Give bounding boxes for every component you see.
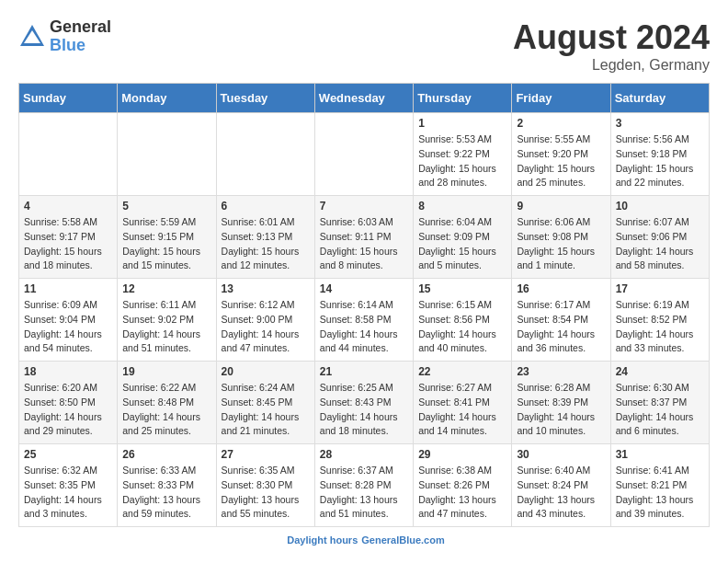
day-cell: 4Sunrise: 5:58 AMSunset: 9:17 PMDaylight… <box>19 196 118 279</box>
day-cell <box>216 113 314 196</box>
day-cell: 3Sunrise: 5:56 AMSunset: 9:18 PMDaylight… <box>610 113 709 196</box>
day-number: 9 <box>517 200 605 213</box>
day-number: 6 <box>222 200 310 213</box>
day-info: Sunrise: 6:25 AMSunset: 8:43 PMDaylight:… <box>320 381 408 439</box>
day-number: 23 <box>517 365 605 378</box>
day-number: 26 <box>122 448 210 461</box>
day-info: Sunrise: 6:32 AMSunset: 8:35 PMDaylight:… <box>24 464 112 522</box>
day-number: 28 <box>320 448 408 461</box>
day-cell: 20Sunrise: 6:24 AMSunset: 8:45 PMDayligh… <box>216 362 314 444</box>
day-info: Sunrise: 6:40 AMSunset: 8:24 PMDaylight:… <box>517 464 605 522</box>
day-number: 31 <box>616 448 704 461</box>
day-number: 15 <box>418 282 506 295</box>
day-number: 12 <box>122 282 210 295</box>
day-cell: 28Sunrise: 6:37 AMSunset: 8:28 PMDayligh… <box>314 444 413 527</box>
day-cell: 10Sunrise: 6:07 AMSunset: 9:06 PMDayligh… <box>610 196 709 279</box>
day-number: 2 <box>517 117 605 130</box>
day-cell: 2Sunrise: 5:55 AMSunset: 9:20 PMDaylight… <box>512 113 610 196</box>
day-cell: 22Sunrise: 6:27 AMSunset: 8:41 PMDayligh… <box>414 362 512 444</box>
day-number: 16 <box>517 282 605 295</box>
title-block: August 2024 Legden, Germany <box>513 18 710 74</box>
day-cell: 30Sunrise: 6:40 AMSunset: 8:24 PMDayligh… <box>512 444 610 527</box>
day-number: 8 <box>418 200 506 213</box>
day-cell: 6Sunrise: 6:01 AMSunset: 9:13 PMDaylight… <box>216 196 314 279</box>
header-sunday: Sunday <box>19 84 118 113</box>
day-info: Sunrise: 6:15 AMSunset: 8:56 PMDaylight:… <box>418 298 506 356</box>
calendar-header-row: SundayMondayTuesdayWednesdayThursdayFrid… <box>19 84 710 113</box>
day-info: Sunrise: 6:12 AMSunset: 9:00 PMDaylight:… <box>222 298 310 356</box>
day-cell: 5Sunrise: 5:59 AMSunset: 9:15 PMDaylight… <box>118 196 216 279</box>
day-info: Sunrise: 6:35 AMSunset: 8:30 PMDaylight:… <box>222 464 310 522</box>
footer-label: Daylight hours <box>287 534 358 546</box>
day-cell: 9Sunrise: 6:06 AMSunset: 9:08 PMDaylight… <box>512 196 610 279</box>
day-info: Sunrise: 6:07 AMSunset: 9:06 PMDaylight:… <box>616 215 704 273</box>
day-info: Sunrise: 6:17 AMSunset: 8:54 PMDaylight:… <box>517 298 605 356</box>
day-number: 22 <box>418 365 506 378</box>
day-info: Sunrise: 6:11 AMSunset: 9:02 PMDaylight:… <box>122 298 210 356</box>
day-info: Sunrise: 6:19 AMSunset: 8:52 PMDaylight:… <box>616 298 704 356</box>
day-cell: 15Sunrise: 6:15 AMSunset: 8:56 PMDayligh… <box>414 279 512 362</box>
calendar-table: SundayMondayTuesdayWednesdayThursdayFrid… <box>18 83 710 527</box>
header-saturday: Saturday <box>610 84 709 113</box>
day-cell <box>118 113 216 196</box>
logo-icon <box>18 23 46 51</box>
day-number: 3 <box>616 117 704 130</box>
week-row-2: 4Sunrise: 5:58 AMSunset: 9:17 PMDaylight… <box>19 196 710 279</box>
day-number: 24 <box>616 365 704 378</box>
day-number: 5 <box>122 200 210 213</box>
day-number: 13 <box>222 282 310 295</box>
day-cell: 11Sunrise: 6:09 AMSunset: 9:04 PMDayligh… <box>19 279 118 362</box>
day-cell: 14Sunrise: 6:14 AMSunset: 8:58 PMDayligh… <box>314 279 413 362</box>
day-number: 4 <box>24 200 112 213</box>
day-info: Sunrise: 6:30 AMSunset: 8:37 PMDaylight:… <box>616 381 704 439</box>
day-info: Sunrise: 6:14 AMSunset: 8:58 PMDaylight:… <box>320 298 408 356</box>
week-row-4: 18Sunrise: 6:20 AMSunset: 8:50 PMDayligh… <box>19 362 710 444</box>
day-cell: 18Sunrise: 6:20 AMSunset: 8:50 PMDayligh… <box>19 362 118 444</box>
day-number: 10 <box>616 200 704 213</box>
day-cell: 13Sunrise: 6:12 AMSunset: 9:00 PMDayligh… <box>216 279 314 362</box>
footer-link[interactable]: GeneralBlue.com <box>361 534 444 546</box>
day-number: 30 <box>517 448 605 461</box>
day-number: 19 <box>122 365 210 378</box>
header-thursday: Thursday <box>414 84 512 113</box>
day-info: Sunrise: 6:33 AMSunset: 8:33 PMDaylight:… <box>122 464 210 522</box>
header-wednesday: Wednesday <box>314 84 413 113</box>
month-year-title: August 2024 <box>513 18 710 57</box>
week-row-1: 1Sunrise: 5:53 AMSunset: 9:22 PMDaylight… <box>19 113 710 196</box>
day-number: 29 <box>418 448 506 461</box>
footer: Daylight hours GeneralBlue.com <box>18 534 710 546</box>
day-cell <box>19 113 118 196</box>
day-cell <box>314 113 413 196</box>
day-cell: 1Sunrise: 5:53 AMSunset: 9:22 PMDaylight… <box>414 113 512 196</box>
day-number: 14 <box>320 282 408 295</box>
day-info: Sunrise: 5:56 AMSunset: 9:18 PMDaylight:… <box>616 132 704 190</box>
day-info: Sunrise: 6:27 AMSunset: 8:41 PMDaylight:… <box>418 381 506 439</box>
day-number: 17 <box>616 282 704 295</box>
day-cell: 24Sunrise: 6:30 AMSunset: 8:37 PMDayligh… <box>610 362 709 444</box>
day-info: Sunrise: 6:09 AMSunset: 9:04 PMDaylight:… <box>24 298 112 356</box>
day-info: Sunrise: 6:01 AMSunset: 9:13 PMDaylight:… <box>222 215 310 273</box>
week-row-3: 11Sunrise: 6:09 AMSunset: 9:04 PMDayligh… <box>19 279 710 362</box>
day-info: Sunrise: 6:28 AMSunset: 8:39 PMDaylight:… <box>517 381 605 439</box>
day-number: 21 <box>320 365 408 378</box>
day-info: Sunrise: 6:38 AMSunset: 8:26 PMDaylight:… <box>418 464 506 522</box>
day-cell: 17Sunrise: 6:19 AMSunset: 8:52 PMDayligh… <box>610 279 709 362</box>
day-cell: 16Sunrise: 6:17 AMSunset: 8:54 PMDayligh… <box>512 279 610 362</box>
day-info: Sunrise: 5:53 AMSunset: 9:22 PMDaylight:… <box>418 132 506 190</box>
day-info: Sunrise: 6:24 AMSunset: 8:45 PMDaylight:… <box>222 381 310 439</box>
day-number: 20 <box>222 365 310 378</box>
header-tuesday: Tuesday <box>216 84 314 113</box>
day-number: 7 <box>320 200 408 213</box>
logo-blue-text: Blue <box>50 37 111 55</box>
day-info: Sunrise: 6:06 AMSunset: 9:08 PMDaylight:… <box>517 215 605 273</box>
day-cell: 25Sunrise: 6:32 AMSunset: 8:35 PMDayligh… <box>19 444 118 527</box>
day-number: 11 <box>24 282 112 295</box>
logo-general-text: General <box>50 18 111 37</box>
day-cell: 27Sunrise: 6:35 AMSunset: 8:30 PMDayligh… <box>216 444 314 527</box>
location-subtitle: Legden, Germany <box>513 57 710 74</box>
day-cell: 23Sunrise: 6:28 AMSunset: 8:39 PMDayligh… <box>512 362 610 444</box>
day-info: Sunrise: 6:22 AMSunset: 8:48 PMDaylight:… <box>122 381 210 439</box>
day-info: Sunrise: 6:37 AMSunset: 8:28 PMDaylight:… <box>320 464 408 522</box>
day-number: 25 <box>24 448 112 461</box>
day-number: 1 <box>418 117 506 130</box>
